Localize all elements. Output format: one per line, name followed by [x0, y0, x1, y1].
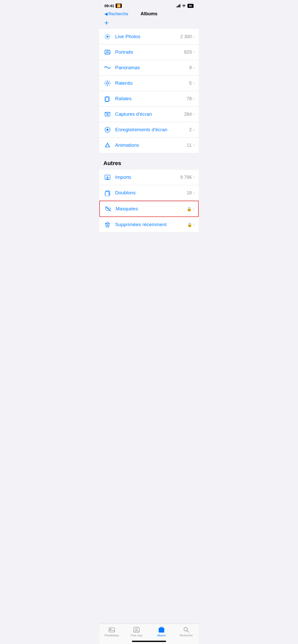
chevron-icon: › — [193, 127, 195, 132]
autres-header-label: Autres — [103, 160, 121, 166]
autres-section-header: Autres — [99, 153, 199, 170]
wifi-icon — [182, 4, 186, 8]
ralentis-count: 5 — [189, 81, 192, 86]
chevron-icon: › — [193, 143, 195, 148]
chevron-icon: › — [193, 191, 195, 195]
svg-rect-28 — [105, 192, 109, 196]
ralentis-icon — [103, 79, 112, 87]
doublons-count: 18 — [187, 190, 192, 196]
list-item-animations[interactable]: Animations 11 › — [99, 138, 199, 153]
svg-rect-16 — [105, 112, 110, 116]
list-item-supprimees[interactable]: Supprimées récemment 🔒 › — [99, 217, 199, 232]
supprimees-icon — [103, 221, 112, 229]
media-types-section: Live Photos 2 300 › Portraits 829 › — [99, 29, 199, 153]
captures-count: 284 — [184, 112, 192, 117]
svg-point-0 — [107, 36, 108, 37]
battery-level: 85 — [189, 4, 192, 7]
supprimees-label: Supprimées récemment — [115, 222, 187, 227]
chevron-icon: › — [193, 175, 195, 180]
chevron-icon: › — [193, 65, 195, 70]
list-item-enregistrements[interactable]: Enregistrements d'écran 2 › — [99, 122, 199, 138]
masquees-label: Masquées — [116, 206, 187, 212]
live-photos-count: 2 300 — [180, 34, 192, 39]
animations-count: 11 — [187, 143, 192, 148]
ralentis-label: Ralentis — [115, 80, 189, 86]
carrier-icon: 📶 — [116, 4, 122, 8]
svg-point-17 — [106, 112, 106, 113]
animations-label: Animations — [115, 142, 187, 148]
chevron-icon: › — [193, 222, 195, 227]
panoramas-icon — [103, 64, 112, 72]
status-icons: 85 — [177, 4, 194, 8]
rafales-label: Rafales — [115, 96, 187, 101]
svg-line-10 — [105, 81, 106, 82]
chevron-icon: › — [193, 207, 194, 211]
doublons-label: Doublons — [115, 190, 187, 196]
back-chevron-icon: ◀ — [104, 11, 107, 16]
back-button[interactable]: ◀ Recherche — [104, 11, 128, 16]
panoramas-label: Panoramas — [115, 65, 189, 70]
back-label: Recherche — [109, 12, 128, 16]
portraits-label: Portraits — [115, 49, 184, 55]
chevron-icon: › — [193, 34, 195, 39]
svg-point-19 — [107, 114, 108, 115]
list-item-ralentis[interactable]: Ralentis 5 › — [99, 76, 199, 91]
chevron-icon: › — [193, 50, 195, 54]
list-item-rafales[interactable]: Rafales 78 › — [99, 91, 199, 107]
masquees-icon — [104, 205, 112, 213]
list-item-portraits[interactable]: Portraits 829 › — [99, 45, 199, 60]
supprimees-lock-icon: 🔒 — [187, 222, 192, 227]
imports-count: 9 796 — [180, 175, 192, 180]
signal-icon — [177, 4, 180, 7]
battery-icon: 85 — [187, 4, 194, 8]
enregistrements-icon — [103, 126, 112, 134]
svg-point-4 — [107, 51, 108, 52]
imports-icon — [103, 173, 112, 181]
enregistrements-label: Enregistrements d'écran — [115, 127, 189, 133]
live-photos-icon — [103, 33, 112, 41]
chevron-icon: › — [193, 96, 195, 101]
svg-line-11 — [109, 85, 110, 85]
panoramas-count: 9 — [189, 65, 192, 70]
animations-icon — [103, 141, 112, 149]
list-item-captures[interactable]: Captures d'écran 284 › — [99, 107, 199, 122]
svg-point-5 — [106, 82, 109, 84]
svg-point-21 — [106, 129, 109, 131]
live-photos-label: Live Photos — [115, 34, 180, 39]
autres-section: Imports 9 796 › Doublons 18 › — [99, 170, 199, 232]
svg-line-12 — [109, 81, 110, 82]
list-item-masquees[interactable]: Masquées 🔒 › — [99, 201, 199, 217]
add-album-button[interactable]: + — [104, 19, 109, 27]
captures-label: Captures d'écran — [115, 111, 184, 117]
svg-line-13 — [105, 85, 106, 85]
rafales-icon — [103, 95, 112, 103]
list-item-panoramas[interactable]: Panoramas 9 › — [99, 60, 199, 76]
enregistrements-count: 2 — [189, 127, 192, 133]
imports-label: Imports — [115, 174, 180, 180]
chevron-icon: › — [193, 81, 195, 85]
chevron-icon: › — [193, 112, 195, 116]
list-item-live-photos[interactable]: Live Photos 2 300 › — [99, 29, 199, 45]
time-display: 09:41 — [104, 4, 114, 8]
list-item-doublons[interactable]: Doublons 18 › — [99, 185, 199, 201]
page-title: Albums — [141, 11, 157, 17]
doublons-icon — [103, 189, 112, 197]
status-time: 09:41 📶 — [104, 4, 122, 8]
navigation-bar: ◀ Recherche Albums — [99, 9, 199, 19]
portraits-icon — [103, 48, 112, 56]
portraits-count: 829 — [184, 50, 192, 55]
masquees-lock-icon: 🔒 — [187, 207, 192, 211]
captures-icon — [103, 110, 112, 118]
list-item-imports[interactable]: Imports 9 796 › — [99, 170, 199, 185]
status-bar: 09:41 📶 85 — [99, 0, 199, 9]
rafales-count: 78 — [187, 96, 192, 101]
